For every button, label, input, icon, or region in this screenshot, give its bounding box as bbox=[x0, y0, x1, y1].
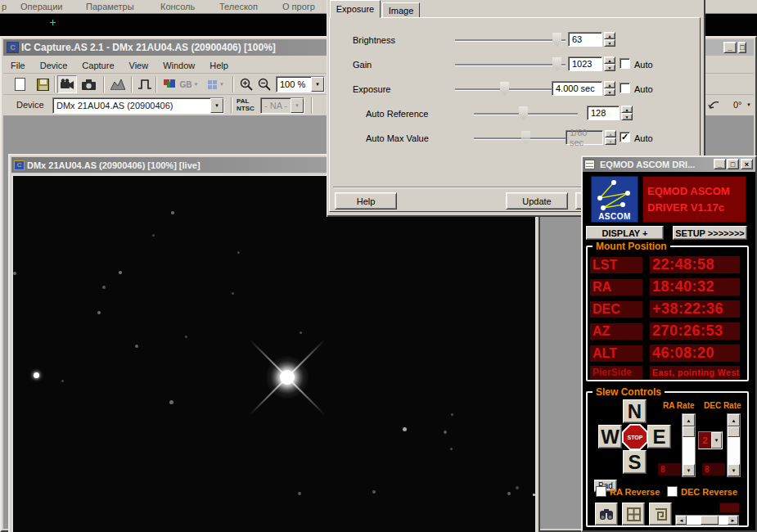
brightness-label: Brightness bbox=[353, 35, 395, 45]
tab-exposure[interactable]: Exposure bbox=[330, 0, 381, 18]
bg-menu-item-operations[interactable]: Операции bbox=[20, 2, 62, 11]
gain-slider-thumb[interactable] bbox=[552, 57, 561, 71]
chevron-down-icon[interactable]: ▼ bbox=[210, 98, 223, 113]
video-window-icon: C bbox=[14, 160, 25, 170]
scroll-down-icon[interactable]: ▼ bbox=[683, 464, 695, 476]
menu-file[interactable]: File bbox=[11, 61, 25, 70]
bg-menu-item-telescope[interactable]: Телескоп bbox=[219, 2, 258, 11]
star bbox=[61, 380, 64, 382]
dec-rate-thumb[interactable] bbox=[728, 426, 740, 437]
help-button[interactable]: Help bbox=[335, 192, 397, 210]
chevron-down-icon: ▼ bbox=[219, 82, 224, 87]
maximize-button[interactable]: □ bbox=[727, 159, 739, 169]
tab-image[interactable]: Image bbox=[382, 2, 420, 18]
menu-device[interactable]: Device bbox=[40, 61, 68, 70]
gain-value[interactable]: 1023 bbox=[568, 56, 602, 71]
star bbox=[451, 413, 453, 416]
exposure-value[interactable]: 4.000 sec bbox=[552, 81, 602, 96]
zoom-level-combo[interactable]: 100 % ▼ bbox=[276, 76, 325, 92]
menu-window[interactable]: Window bbox=[163, 61, 195, 70]
star bbox=[444, 431, 447, 434]
chevron-down-icon[interactable]: ▼ bbox=[311, 77, 324, 92]
auto-max-slider-thumb bbox=[521, 131, 530, 145]
rotate-icon[interactable] bbox=[708, 100, 721, 112]
mount-row-value: 18:40:32 bbox=[650, 278, 740, 295]
scroll-left-icon[interactable]: ◄ bbox=[676, 516, 687, 525]
save-button[interactable] bbox=[33, 75, 52, 93]
window-layout-button[interactable] bbox=[622, 503, 645, 525]
brightness-slider-thumb[interactable] bbox=[552, 33, 561, 47]
auto-reference-label: Auto Reference bbox=[366, 109, 428, 119]
auto-reference-value[interactable]: 128 bbox=[587, 106, 620, 120]
new-file-button[interactable] bbox=[10, 75, 29, 93]
slew-east-button[interactable]: E bbox=[647, 425, 671, 449]
device-combo[interactable]: DMx 21AU04.AS (20900406) ▼ bbox=[52, 97, 224, 114]
eqmod-titlebar[interactable]: EQMOD ASCOM DRI... _ □ × bbox=[583, 157, 755, 172]
gain-auto-checkbox[interactable] bbox=[620, 58, 630, 69]
gain-label: Gain bbox=[353, 60, 372, 70]
menu-help[interactable]: Help bbox=[210, 61, 228, 70]
zoom-in-button[interactable] bbox=[237, 75, 255, 93]
bg-menu-item-console[interactable]: Консоль bbox=[160, 2, 195, 11]
dec-reverse-checkbox[interactable] bbox=[667, 486, 678, 497]
chevron-down-icon: ▼ bbox=[194, 82, 199, 87]
live-video-button[interactable] bbox=[57, 75, 77, 93]
chevron-down-icon: ▼ bbox=[291, 98, 304, 113]
scroll-down-icon[interactable]: ▼ bbox=[728, 464, 740, 476]
ra-reverse-checkbox[interactable] bbox=[596, 486, 606, 497]
menu-view[interactable]: View bbox=[129, 61, 149, 70]
minimize-button[interactable]: _ bbox=[723, 42, 737, 53]
chevron-down-icon[interactable]: ▼ bbox=[746, 102, 751, 107]
minimize-button[interactable]: _ bbox=[714, 159, 726, 169]
layout-dropdown[interactable]: ▼ bbox=[203, 75, 229, 93]
trigger-button[interactable] bbox=[135, 75, 155, 93]
gain-slider-track[interactable] bbox=[455, 64, 565, 66]
horizontal-scrollbar[interactable]: ◄ ► bbox=[675, 515, 739, 525]
brightness-spinner[interactable]: ▲▼ bbox=[604, 32, 615, 47]
chevron-down-icon[interactable]: ▼ bbox=[711, 432, 722, 449]
zoom-out-button[interactable] bbox=[255, 75, 273, 93]
scroll-up-icon[interactable]: ▲ bbox=[728, 414, 740, 426]
scroll-right-icon[interactable]: ► bbox=[728, 516, 738, 525]
toolbar-separator bbox=[103, 76, 105, 92]
dec-rate-scrollbar[interactable]: ▲ ▼ bbox=[727, 413, 741, 477]
bg-menu-item-parameters[interactable]: Параметры bbox=[86, 2, 134, 11]
slew-south-button[interactable]: S bbox=[623, 450, 647, 474]
menu-capture[interactable]: Capture bbox=[82, 61, 114, 70]
gain-spinner[interactable]: ▲▼ bbox=[604, 56, 615, 71]
starfield[interactable] bbox=[11, 174, 537, 532]
gb-dropdown[interactable]: GB ▼ bbox=[177, 75, 201, 93]
scroll-up-icon[interactable]: ▲ bbox=[683, 414, 695, 426]
exposure-auto-checkbox[interactable] bbox=[620, 83, 630, 93]
toolbar-separator bbox=[231, 97, 232, 114]
close-button[interactable]: × bbox=[741, 159, 753, 169]
spiral-search-button[interactable] bbox=[649, 503, 672, 525]
ra-rate-thumb[interactable] bbox=[683, 426, 695, 437]
exposure-spinner[interactable]: ▲▼ bbox=[604, 81, 615, 96]
histogram-button[interactable] bbox=[108, 75, 128, 93]
bg-menu-item-about[interactable]: О прогр bbox=[282, 2, 315, 11]
find-button[interactable] bbox=[595, 503, 618, 525]
brightness-slider-track[interactable] bbox=[455, 39, 565, 42]
dec-reverse-label: DEC Reverse bbox=[681, 487, 737, 497]
exposure-slider-track[interactable] bbox=[455, 88, 565, 91]
display-button[interactable]: DISPLAY + bbox=[586, 226, 664, 240]
auto-max-auto-checkbox[interactable]: ✓ bbox=[620, 132, 630, 142]
rgb-icon bbox=[164, 79, 175, 89]
auto-reference-slider-thumb[interactable] bbox=[519, 106, 528, 120]
snapshot-button[interactable] bbox=[79, 75, 98, 93]
ra-rate-scrollbar[interactable]: ▲ ▼ bbox=[682, 413, 696, 477]
hscroll-thumb[interactable] bbox=[701, 516, 719, 525]
slew-west-button[interactable]: W bbox=[598, 425, 622, 449]
video-camera-icon bbox=[60, 79, 74, 90]
bg-menu-item[interactable]: р bbox=[2, 2, 7, 11]
exposure-slider-thumb[interactable] bbox=[500, 82, 509, 96]
setup-button[interactable]: SETUP >>>>>>> bbox=[673, 226, 747, 240]
crosshair-marker bbox=[50, 20, 56, 25]
maximize-button[interactable]: □ bbox=[738, 42, 746, 53]
auto-reference-spinner[interactable]: ▲▼ bbox=[621, 106, 633, 120]
rate-select-combo[interactable]: 2 ▼ bbox=[698, 431, 723, 449]
update-button[interactable]: Update bbox=[506, 192, 568, 210]
slew-north-button[interactable]: N bbox=[623, 399, 647, 423]
brightness-value[interactable]: 63 bbox=[568, 32, 602, 47]
